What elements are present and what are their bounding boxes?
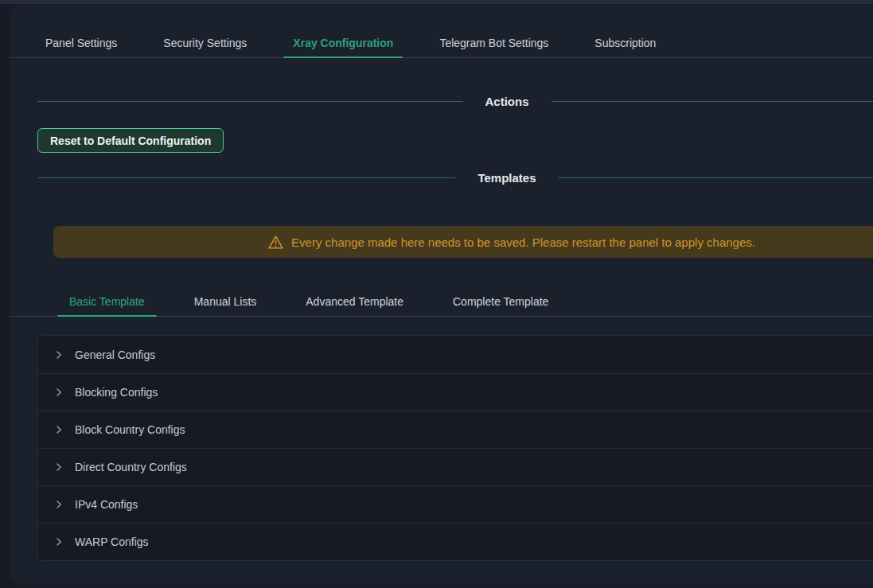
tab-label: Advanced Template xyxy=(306,295,403,308)
warning-message: Every change made here needs to be saved… xyxy=(291,236,755,249)
tab-label: Security Settings xyxy=(163,37,247,49)
restart-warning-alert: Every change made here needs to be saved… xyxy=(53,226,873,258)
tab-manual-lists[interactable]: Manual Lists xyxy=(182,288,269,316)
collapse-header-label: Block Country Configs xyxy=(75,423,185,436)
tab-label: Complete Template xyxy=(453,295,548,308)
template-tabs-bar: Basic Template Manual Lists Advanced Tem… xyxy=(10,288,873,317)
collapse-header-blocking-configs[interactable]: Blocking Configs xyxy=(38,373,873,411)
collapse-header-label: Blocking Configs xyxy=(75,386,158,399)
config-collapse-panel: General Configs Blocking Configs Block C… xyxy=(37,335,873,561)
reset-to-default-button[interactable]: Reset to Default Configuration xyxy=(37,128,224,153)
actions-section-divider: Actions xyxy=(37,92,873,111)
active-tab-underline xyxy=(283,56,403,58)
collapse-header-label: General Configs xyxy=(75,349,155,361)
templates-section-divider: Templates xyxy=(37,168,873,187)
main-tabs-bar: Panel Settings Security Settings Xray Co… xyxy=(10,29,873,58)
tab-security-settings[interactable]: Security Settings xyxy=(154,29,256,57)
tab-label: Basic Template xyxy=(69,295,145,308)
header-bottom-strip xyxy=(0,0,873,4)
collapse-header-label: Direct Country Configs xyxy=(75,461,187,473)
actions-section-title: Actions xyxy=(463,95,551,108)
tab-label: Xray Configuration xyxy=(293,37,393,49)
tab-subscription[interactable]: Subscription xyxy=(585,29,665,57)
tab-panel-settings[interactable]: Panel Settings xyxy=(36,29,127,57)
chevron-right-icon xyxy=(54,350,64,360)
templates-section-title: Templates xyxy=(455,171,558,185)
tab-complete-template[interactable]: Complete Template xyxy=(441,288,560,316)
active-tab-underline xyxy=(57,315,157,317)
collapse-header-warp-configs[interactable]: WARP Configs xyxy=(38,523,873,560)
tab-label: Panel Settings xyxy=(45,37,117,49)
collapse-header-ipv4-configs[interactable]: IPv4 Configs xyxy=(38,485,873,523)
collapse-header-direct-country-configs[interactable]: Direct Country Configs xyxy=(38,448,873,485)
chevron-right-icon xyxy=(54,387,64,397)
collapse-header-label: WARP Configs xyxy=(75,535,149,548)
divider-line xyxy=(37,177,455,178)
divider-line xyxy=(559,177,873,178)
settings-card: Panel Settings Security Settings Xray Co… xyxy=(10,5,873,585)
tab-label: Telegram Bot Settings xyxy=(439,37,548,49)
divider-line xyxy=(551,101,873,102)
divider-line xyxy=(37,101,463,102)
chevron-right-icon xyxy=(54,537,64,547)
chevron-right-icon xyxy=(54,500,64,509)
tab-telegram-bot-settings[interactable]: Telegram Bot Settings xyxy=(430,29,558,57)
chevron-right-icon xyxy=(54,425,64,434)
chevron-right-icon xyxy=(54,462,64,472)
collapse-header-block-country-configs[interactable]: Block Country Configs xyxy=(38,411,873,448)
collapse-header-general-configs[interactable]: General Configs xyxy=(38,336,873,373)
tab-advanced-template[interactable]: Advanced Template xyxy=(294,288,415,316)
tab-label: Manual Lists xyxy=(194,295,257,308)
warning-triangle-icon xyxy=(268,236,283,249)
collapse-header-label: IPv4 Configs xyxy=(75,498,138,511)
tab-xray-configuration[interactable]: Xray Configuration xyxy=(283,29,403,57)
tab-label: Subscription xyxy=(594,37,656,49)
tab-basic-template[interactable]: Basic Template xyxy=(57,288,157,316)
